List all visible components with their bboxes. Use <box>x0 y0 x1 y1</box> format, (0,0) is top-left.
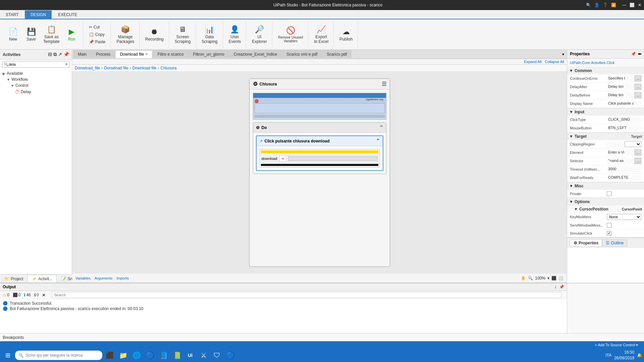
prop-element-value[interactable]: Enter a Vi <box>607 149 635 156</box>
save-template-button[interactable]: 📋 Save asTemplate <box>41 23 62 46</box>
panel-icon-3[interactable]: ↗ <box>58 52 62 57</box>
taskbar-uipath[interactable]: Ui <box>184 349 196 361</box>
prop-tab-properties[interactable]: ⚙ Properties <box>570 239 602 247</box>
sequence-menu-icon[interactable]: ☰ <box>382 81 386 87</box>
prop-send-window-checkbox[interactable] <box>607 223 611 228</box>
output-collapse-icon[interactable]: ↓ <box>554 285 556 289</box>
prop-mouse-button-value[interactable]: BTN_LEFT <box>607 125 641 131</box>
paste-button[interactable]: 📌 Paste <box>87 39 108 45</box>
taskbar-search-box[interactable]: 🔍 <box>15 351 102 360</box>
output-clear-icon[interactable]: ✕ <box>42 293 46 298</box>
breadcrumb-2[interactable]: Download file <box>132 66 156 70</box>
prop-simulate-click-checkbox[interactable]: ✓ <box>607 231 611 236</box>
taskbar-file-explorer[interactable]: 📁 <box>117 349 129 361</box>
fit-height-icon[interactable]: ⬜ <box>558 276 564 281</box>
do-collapse-icon[interactable]: ⌃ <box>379 124 383 131</box>
screen-scraping-button[interactable]: 🖥 ScreenScraping <box>172 23 193 46</box>
hand-tool-icon[interactable]: ✋ <box>521 276 526 281</box>
doc-tab-process[interactable]: Process <box>92 50 115 58</box>
zoom-dropdown-icon[interactable]: ▾ <box>547 276 549 281</box>
taskbar-search-input[interactable] <box>25 353 99 358</box>
prop-wait-for-ready-value[interactable]: COMPLETE <box>607 175 641 181</box>
save-button[interactable]: 💾 Save <box>23 26 40 43</box>
arguments-link[interactable]: Arguments <box>95 276 112 280</box>
prop-arrow-icon[interactable]: ⬅ <box>638 52 641 56</box>
tab-execute[interactable]: EXECUTE <box>52 10 83 19</box>
taskbar-chrome[interactable]: 🌐 <box>130 349 143 361</box>
export-excel-button[interactable]: 📈 Exportto Excel <box>312 23 331 46</box>
prop-delay-after-btn[interactable]: … <box>635 84 641 90</box>
prop-key-modifiers-select[interactable]: None <box>607 214 641 220</box>
click-collapse-icon[interactable]: ⌃ <box>376 138 380 144</box>
prop-section-target-header[interactable]: ▼ Target Target <box>567 133 644 140</box>
add-source-control-button[interactable]: + Add To Source Control ▾ <box>592 342 641 348</box>
publish-button[interactable]: ☁ Publish <box>337 26 355 43</box>
prop-section-input-header[interactable]: ▼ Input <box>567 108 644 116</box>
prop-section-common-header[interactable]: ▼ Common <box>567 67 644 74</box>
breadcrumb-0[interactable]: Donwload_file <box>75 66 100 70</box>
title-minimize-btn[interactable]: — <box>622 3 626 7</box>
taskbar-action-center[interactable]: ⬛ <box>104 349 116 361</box>
prop-clipping-region-value[interactable] <box>607 141 625 147</box>
activities-search-input[interactable] <box>9 62 65 66</box>
prop-pin-icon[interactable]: 📌 <box>631 52 636 56</box>
copy-button[interactable]: 📋 Copy <box>87 31 108 38</box>
data-scraping-button[interactable]: 📊 DataScraping <box>199 23 220 46</box>
tree-workflow[interactable]: ▼ Workflow <box>0 76 72 82</box>
prop-selector-value[interactable]: "<wnd aa <box>607 158 635 164</box>
prop-display-name-value[interactable]: Click pulsante c <box>607 101 641 107</box>
prop-section-misc-header[interactable]: ▼ Misc <box>567 182 644 190</box>
run-button[interactable]: ▶ Run <box>63 26 80 43</box>
doc-tab-download-close[interactable]: ✕ <box>145 52 148 56</box>
taskbar-filezilla[interactable]: ⚔ <box>198 349 210 361</box>
prop-clipping-region-select[interactable] <box>625 141 642 147</box>
new-button[interactable]: 📄 New <box>5 26 21 43</box>
prop-tab-outline[interactable]: ☰ Outline <box>602 239 627 247</box>
doc-tab-filtro-giorno[interactable]: Filtron_un_giorno <box>189 50 228 58</box>
doc-tab-creazione[interactable]: Creazione_Excel_Indice <box>229 50 281 58</box>
doc-tab-download[interactable]: Download file ✕ <box>115 50 152 58</box>
recording-button[interactable]: ⏺ Recording <box>143 26 166 43</box>
prop-delay-before-value[interactable]: Delay tim <box>607 92 635 98</box>
prop-selector-btn[interactable]: … <box>635 158 641 164</box>
filter-warning[interactable]: ⚠ 0 <box>3 293 9 297</box>
panel-icon-1[interactable]: ⊟ <box>48 52 52 57</box>
prop-timeout-value[interactable]: 3000 <box>607 166 641 172</box>
title-help-icon[interactable]: ❓ <box>603 3 608 7</box>
tree-control[interactable]: ▼ Control <box>0 82 72 88</box>
title-search-icon[interactable]: 🔍 <box>586 3 591 7</box>
filter-info[interactable]: ℹ 46 <box>24 293 31 297</box>
taskbar-ie[interactable]: 🔵 <box>224 349 236 361</box>
tree-delay[interactable]: ⏱ Delay <box>0 88 72 95</box>
activities-tab[interactable]: ⚡ Activit... <box>28 275 57 283</box>
doc-tab-filtro[interactable]: Filtro e scarico <box>153 50 188 58</box>
output-search-input[interactable] <box>52 292 561 298</box>
click-header[interactable]: ↗ Click pulsante chiusura download ⌃ <box>257 136 383 146</box>
taskbar-excel[interactable]: 📗 <box>171 349 183 361</box>
doc-tab-scarico-xml[interactable]: Scarico xml e pdf <box>282 50 322 58</box>
tab-start[interactable]: START <box>0 10 24 19</box>
remove-unused-button[interactable]: 🚫 Remove UnusedVariables <box>276 24 305 45</box>
panel-pin-icon[interactable]: 📌 <box>63 52 69 57</box>
ui-explorer-button[interactable]: 🔎 UIExplorer <box>250 23 269 46</box>
doc-tab-arrow[interactable]: ▾ <box>559 51 567 58</box>
doc-tab-main[interactable]: Main <box>73 50 91 58</box>
prop-delay-before-btn[interactable]: … <box>635 92 641 98</box>
tree-available[interactable]: ▶ Available <box>0 70 72 76</box>
download-close-btn[interactable]: ✕ <box>279 155 286 162</box>
collapse-all-link[interactable]: Collapse All <box>545 60 564 64</box>
title-up-icon[interactable]: 🔼 <box>611 3 616 7</box>
prop-click-type-value[interactable]: CLICK_SING <box>607 117 641 123</box>
project-tab[interactable]: 📁 Project <box>0 275 28 283</box>
expand-all-link[interactable]: Expand All <box>524 60 542 64</box>
doc-tab-scarico-pdf[interactable]: Scarico pdf <box>322 50 351 58</box>
prop-private-checkbox[interactable] <box>607 191 611 196</box>
notification-icon[interactable]: 🔔 <box>637 353 642 358</box>
title-maximize-btn[interactable]: ⬜ <box>630 3 635 7</box>
prop-continue-on-error-btn[interactable]: … <box>635 75 641 81</box>
zoom-search-icon[interactable]: 🔍 <box>528 276 533 281</box>
imports-link[interactable]: Imports <box>116 276 129 280</box>
fit-width-icon[interactable]: ⬛ <box>551 276 556 281</box>
filter-error[interactable]: ⬛ 0 <box>13 293 21 297</box>
user-events-button[interactable]: 👤 UserEvents <box>226 23 244 46</box>
